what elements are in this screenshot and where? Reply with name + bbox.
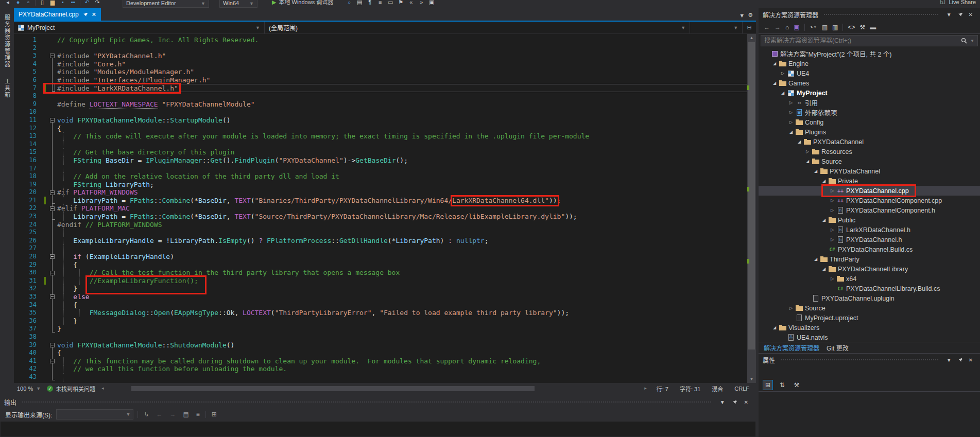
tree-item--myproject-2-2-[interactable]: 解决方案"MyProject"(2 个项目, 共 2 个) — [759, 49, 980, 59]
code-line-16[interactable]: 16 FString BaseDir = IPluginManager::Get… — [14, 156, 747, 165]
property-pages-icon[interactable]: ⚒ — [792, 380, 802, 390]
open-file-icon[interactable]: ▆ — [49, 0, 56, 6]
window-position-chevron-icon[interactable]: ▼ — [716, 399, 729, 405]
tree-item-pxydatachannel.cpp[interactable]: ▷++PXYDataChannel.cpp — [759, 186, 980, 196]
collapse-all-icon[interactable]: ▬ — [870, 24, 876, 31]
code-line-39[interactable]: 39void FPXYDataChannelModule::ShutdownMo… — [14, 341, 747, 349]
code-line-24[interactable]: 24#endif // PLATFORM_WINDOWS — [14, 221, 747, 229]
comment-icon[interactable]: ▭ — [387, 0, 394, 6]
properties-wrench-icon[interactable]: ⚒ — [859, 24, 865, 31]
clear-all-icon[interactable]: ▤ — [181, 411, 190, 418]
forward-icon[interactable]: → — [775, 24, 781, 31]
code-line-28[interactable]: 28 if (ExampleLibraryHandle) — [14, 253, 747, 261]
expander-open-icon[interactable]: ◢ — [771, 61, 778, 66]
window-position-chevron-icon[interactable]: ▼ — [943, 357, 955, 363]
tree-item-config[interactable]: ▷Config — [759, 117, 980, 127]
collapse-region-icon[interactable] — [50, 118, 55, 123]
code-line-43[interactable]: 43 — [14, 373, 747, 381]
expander-closed-icon[interactable]: ▷ — [829, 198, 836, 203]
categorized-icon[interactable]: ⊞ — [763, 380, 773, 390]
code-line-12[interactable]: 12{ — [14, 125, 747, 133]
scope-dropdown[interactable]: (全局范围) ▼ — [265, 22, 690, 33]
collapse-region-icon[interactable] — [50, 254, 55, 259]
code-line-32[interactable]: 32 } — [14, 285, 747, 293]
tree-item-private[interactable]: ◢Private — [759, 176, 980, 186]
collapse-region-icon[interactable] — [50, 294, 55, 299]
expander-closed-icon[interactable]: ▷ — [829, 228, 836, 232]
solution-config-combo[interactable]: Development Editor ▼ — [123, 0, 209, 8]
code-editor[interactable]: 1// Copyright Epic Games, Inc. All Right… — [14, 34, 756, 383]
tab-git-changes[interactable]: Git 更改 — [827, 343, 849, 352]
tree-item-pxydatachannelcomponent.h[interactable]: ▷hPXYDataChannelComponent.h — [759, 205, 980, 215]
server-explorer-vertical-tab[interactable]: 服务器资源管理器 — [3, 14, 11, 68]
tree-item-engine[interactable]: ◢Engine — [759, 59, 980, 68]
save-all-icon[interactable]: ▪▪ — [70, 0, 77, 6]
document-health-indicator[interactable]: ✓ 未找到相关问题 — [47, 384, 95, 393]
tree-item-pxydatachannel[interactable]: ◢PXYDataChannel — [759, 137, 980, 147]
expander-open-icon[interactable]: ◢ — [820, 267, 828, 271]
code-line-8[interactable]: 8 — [14, 92, 747, 100]
code-line-1[interactable]: 1// Copyright Epic Games, Inc. All Right… — [14, 36, 747, 44]
code-line-2[interactable]: 2 — [14, 44, 747, 53]
member-dropdown[interactable]: ▼ — [690, 22, 743, 33]
collapse-region-icon[interactable] — [50, 54, 55, 58]
expander-open-icon[interactable]: ◢ — [804, 159, 811, 164]
split-window-icon[interactable]: ⊟ — [743, 22, 756, 33]
search-input[interactable] — [764, 37, 958, 44]
local-windows-debugger-button[interactable]: ▶ 本地 Windows 调试器 — [272, 0, 333, 7]
code-line-37[interactable]: 37} — [14, 325, 747, 333]
document-list-chevron-icon[interactable]: ▼ — [739, 12, 748, 21]
code-line-22[interactable]: 22#elif PLATFORM_MAC — [14, 204, 747, 213]
pin-icon[interactable] — [729, 400, 741, 405]
code-line-6[interactable]: 6#include "Interfaces/IPluginManager.h" — [14, 76, 747, 84]
expander-open-icon[interactable]: ◢ — [796, 139, 803, 144]
expander-open-icon[interactable]: ◢ — [779, 91, 786, 95]
bookmark-list-icon[interactable]: ▣ — [428, 0, 435, 6]
bookmark-icon[interactable]: ⚑ — [397, 0, 404, 6]
expander-open-icon[interactable]: ◢ — [820, 179, 828, 183]
expander-closed-icon[interactable]: ▷ — [829, 237, 836, 242]
code-line-9[interactable]: 9#define LOCTEXT_NAMESPACE "FPXYDataChan… — [14, 100, 747, 109]
word-wrap-icon[interactable]: ≡ — [195, 411, 201, 418]
tree-item-pxydatachannel.h[interactable]: ▷hPXYDataChannel.h — [759, 235, 980, 244]
expander-closed-icon[interactable]: ▷ — [787, 100, 795, 105]
switch-views-icon[interactable]: ▣ — [794, 24, 799, 31]
collapse-region-icon[interactable] — [50, 343, 55, 347]
tree-item-pxydatachannel.uplugin[interactable]: PXYDataChannel.uplugin — [759, 293, 980, 303]
scroll-down-icon[interactable]: ▼ — [747, 375, 756, 383]
expander-closed-icon[interactable]: ▷ — [779, 71, 786, 76]
prev-message-icon[interactable]: ← — [154, 411, 164, 418]
expander-open-icon[interactable]: ◢ — [812, 169, 819, 173]
sync-with-active-document-icon[interactable]: ▥ — [822, 24, 828, 31]
bookmark-next-icon[interactable]: » — [418, 0, 425, 6]
expander-closed-icon[interactable]: ▷ — [829, 276, 836, 281]
find-icon[interactable]: ⌕ — [346, 0, 353, 6]
tree-item-ue4[interactable]: ▷UE4 — [759, 68, 980, 78]
expander-open-icon[interactable]: ◢ — [787, 130, 795, 134]
redo-icon[interactable]: ↷ — [94, 0, 101, 6]
line-ops-icon[interactable]: ¶ — [366, 0, 373, 6]
tree-item-games[interactable]: ◢Games — [759, 78, 980, 88]
code-line-11[interactable]: 11void FPXYDataChannelModule::StartupMod… — [14, 116, 747, 125]
goto-message-icon[interactable]: ↳ — [142, 411, 150, 418]
tree-item-pxydatachannelcomponent.cpp[interactable]: ▷++PXYDataChannelComponent.cpp — [759, 196, 980, 205]
toolbox-vertical-tab[interactable]: 工具箱 — [3, 78, 11, 98]
zoom-control[interactable]: 100 % ▼ — [15, 386, 43, 392]
indent-icon[interactable]: ≡ — [376, 0, 384, 6]
output-source-combo[interactable]: ▼ — [56, 409, 133, 419]
code-line-3[interactable]: 3#include "PXYDataChannel.h" — [14, 52, 747, 60]
alphabetical-sort-icon[interactable]: ⇅ — [777, 380, 787, 390]
code-line-27[interactable]: 27 — [14, 244, 747, 253]
start-window-icon[interactable]: ● — [14, 0, 22, 6]
code-line-7[interactable]: 7#include "LarkXRDataChannel.h" — [14, 84, 747, 93]
code-line-20[interactable]: 20#if PLATFORM_WINDOWS — [14, 188, 747, 197]
code-line-18[interactable]: 18 // Add on the relative location of th… — [14, 172, 747, 181]
editor-vertical-scrollbar[interactable]: ▲ ▼ — [747, 34, 756, 383]
code-line-31[interactable]: 31 //ExampleLibraryFunction(); — [14, 277, 747, 285]
tree-item-thirdparty[interactable]: ◢ThirdParty — [759, 254, 980, 264]
expander-open-icon[interactable]: ◢ — [820, 218, 828, 222]
code-line-26[interactable]: 26 ExampleLibraryHandle = !LibraryPath.I… — [14, 237, 747, 245]
scroll-right-icon[interactable]: ▸ — [644, 386, 647, 391]
code-line-35[interactable]: 35 FMessageDialog::Open(EAppMsgType::Ok,… — [14, 309, 747, 317]
navigate-back-icon[interactable]: ◂ — [4, 0, 11, 6]
